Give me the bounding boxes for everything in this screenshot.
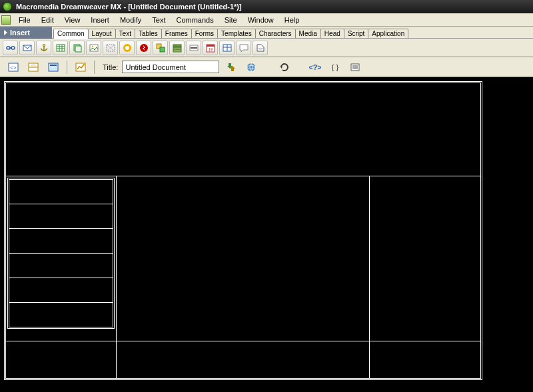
separator bbox=[94, 61, 95, 74]
split-view-icon[interactable]: <> bbox=[25, 60, 41, 75]
svg-point-43 bbox=[83, 63, 85, 65]
live-data-icon[interactable] bbox=[73, 60, 89, 75]
menu-help[interactable]: Help bbox=[279, 15, 305, 25]
svg-rect-40 bbox=[49, 63, 58, 71]
hr-icon[interactable] bbox=[186, 41, 201, 55]
title-label: Title: bbox=[103, 63, 118, 71]
document-title-input[interactable] bbox=[122, 61, 219, 73]
menu-window[interactable]: Window bbox=[243, 15, 279, 25]
document-icon bbox=[1, 15, 11, 25]
svg-text:<>: <> bbox=[10, 65, 17, 71]
fireworks-icon[interactable] bbox=[119, 41, 135, 55]
tab-forms[interactable]: Forms bbox=[191, 29, 218, 38]
nav-table[interactable] bbox=[7, 178, 115, 329]
svg-text:19: 19 bbox=[208, 47, 213, 51]
tab-layout[interactable]: Layout bbox=[88, 29, 116, 38]
table-icon[interactable] bbox=[53, 41, 68, 55]
svg-rect-41 bbox=[50, 65, 57, 66]
menu-edit[interactable]: Edit bbox=[36, 15, 59, 25]
menu-view[interactable]: View bbox=[59, 15, 86, 25]
tab-tables[interactable]: Tables bbox=[135, 29, 162, 38]
svg-rect-12 bbox=[75, 46, 81, 52]
insert-toolbar: 19 <> bbox=[0, 39, 533, 57]
comment-icon[interactable] bbox=[236, 41, 251, 55]
nav-cell[interactable] bbox=[6, 176, 117, 341]
insert-panel-header[interactable]: Insert bbox=[0, 27, 52, 39]
navbar-icon[interactable] bbox=[169, 41, 185, 55]
rollover-icon[interactable] bbox=[153, 41, 168, 55]
flash-icon[interactable] bbox=[136, 41, 151, 55]
svg-rect-25 bbox=[173, 50, 181, 52]
code-nav-icon[interactable]: { } bbox=[327, 60, 343, 75]
window-titlebar: Macromedia Dreamweaver MX - [Untitled Do… bbox=[0, 0, 533, 13]
footer-cell-3[interactable] bbox=[370, 341, 481, 379]
insert-tabs: Common Layout Text Tables Frames Forms T… bbox=[52, 27, 533, 39]
file-mgmt-icon[interactable] bbox=[223, 60, 239, 75]
svg-marker-46 bbox=[280, 67, 282, 69]
menu-text[interactable]: Text bbox=[147, 15, 171, 25]
image-icon[interactable] bbox=[86, 41, 101, 55]
menu-bar: File Edit View Insert Modify Text Comman… bbox=[0, 13, 533, 27]
nav-row[interactable] bbox=[9, 254, 113, 278]
svg-rect-22 bbox=[160, 47, 165, 52]
svg-point-4 bbox=[43, 45, 45, 47]
disclosure-triangle-icon bbox=[4, 30, 7, 35]
svg-rect-24 bbox=[173, 47, 181, 49]
svg-rect-29 bbox=[207, 45, 215, 47]
content-cell[interactable] bbox=[117, 176, 370, 341]
svg-point-14 bbox=[91, 46, 93, 47]
design-view-icon[interactable] bbox=[45, 60, 61, 75]
view-options-icon[interactable] bbox=[347, 60, 363, 75]
separator bbox=[67, 61, 67, 74]
tab-frames[interactable]: Frames bbox=[161, 29, 192, 38]
svg-text:<>: <> bbox=[31, 63, 35, 67]
hyperlink-icon[interactable] bbox=[3, 41, 18, 55]
tab-characters[interactable]: Characters bbox=[255, 29, 296, 38]
reference-icon[interactable]: <?> bbox=[307, 60, 323, 75]
svg-point-19 bbox=[125, 46, 129, 50]
tab-templates[interactable]: Templates bbox=[217, 29, 256, 38]
tab-application[interactable]: Application bbox=[368, 29, 408, 38]
tabular-icon[interactable] bbox=[219, 41, 235, 55]
tag-chooser-icon[interactable]: <> bbox=[253, 41, 268, 55]
tab-common[interactable]: Common bbox=[53, 29, 89, 39]
menu-site[interactable]: Site bbox=[219, 15, 243, 25]
nav-row[interactable] bbox=[9, 278, 113, 303]
nav-row[interactable] bbox=[9, 303, 113, 327]
named-anchor-icon[interactable] bbox=[36, 41, 51, 55]
footer-cell-2[interactable] bbox=[117, 341, 370, 379]
nav-row[interactable] bbox=[9, 229, 113, 254]
svg-text:<>: <> bbox=[258, 47, 263, 51]
svg-text:{ }: { } bbox=[332, 63, 339, 71]
menu-commands[interactable]: Commands bbox=[171, 15, 219, 25]
footer-cell-1[interactable] bbox=[6, 341, 117, 379]
image-placeholder-icon[interactable] bbox=[103, 41, 118, 55]
document-toolbar: <> <> Title: <?> { } bbox=[0, 57, 533, 77]
menu-modify[interactable]: Modify bbox=[115, 15, 147, 25]
nav-row[interactable] bbox=[9, 180, 113, 204]
tab-text[interactable]: Text bbox=[115, 29, 135, 38]
svg-rect-23 bbox=[173, 45, 181, 47]
svg-text:<?>: <?> bbox=[309, 63, 321, 71]
menu-insert[interactable]: Insert bbox=[85, 15, 115, 25]
insert-panel-label: Insert bbox=[10, 29, 30, 37]
header-cell[interactable] bbox=[6, 83, 481, 176]
right-cell[interactable] bbox=[370, 176, 481, 341]
tab-media[interactable]: Media bbox=[295, 29, 321, 38]
design-view-canvas[interactable] bbox=[0, 77, 533, 392]
menu-file[interactable]: File bbox=[13, 15, 36, 25]
svg-point-44 bbox=[247, 63, 255, 71]
app-icon bbox=[3, 2, 12, 11]
layer-icon[interactable] bbox=[69, 41, 85, 55]
refresh-icon[interactable] bbox=[276, 60, 292, 75]
window-title: Macromedia Dreamweaver MX - [Untitled Do… bbox=[16, 3, 242, 11]
tab-head[interactable]: Head bbox=[320, 29, 344, 38]
svg-rect-6 bbox=[57, 45, 65, 51]
preview-icon[interactable] bbox=[243, 60, 259, 75]
outer-table[interactable] bbox=[4, 81, 482, 380]
email-link-icon[interactable] bbox=[19, 41, 35, 55]
nav-row[interactable] bbox=[9, 204, 113, 229]
tab-script[interactable]: Script bbox=[344, 29, 369, 38]
code-view-icon[interactable]: <> bbox=[5, 60, 21, 75]
date-icon[interactable]: 19 bbox=[203, 41, 218, 55]
